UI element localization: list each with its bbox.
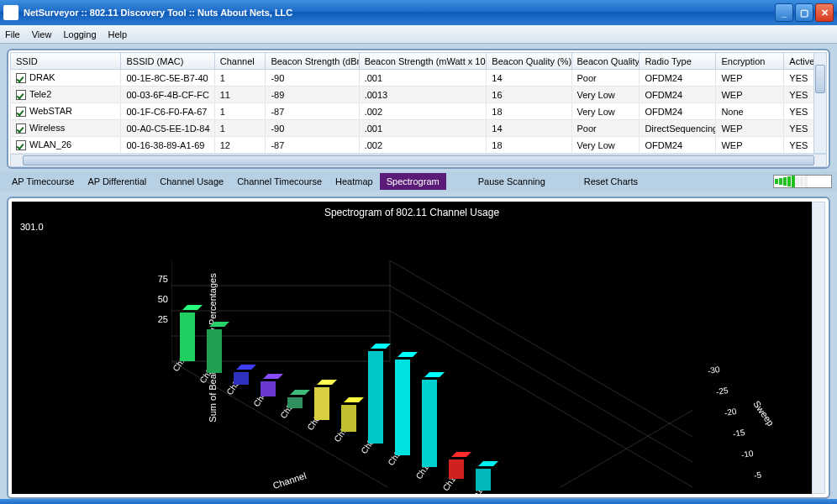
table-cell: WEP [716,120,784,137]
chart-bar [180,307,195,362]
chart-bar [476,464,491,491]
networks-table: SSIDBSSID (MAC)ChannelBeacon Strength (d… [10,52,827,154]
chart-title: Spectrogram of 802.11 Channel Usage [12,207,812,218]
reset-charts-button[interactable]: Reset Charts [577,173,645,190]
row-checkbox[interactable] [16,123,26,134]
table-row[interactable]: Tele200-03-6F-4B-CF-FC11-89.001316Very L… [11,87,827,103]
table-cell: 18 [487,103,571,120]
menu-view[interactable]: View [32,29,52,39]
column-header[interactable]: Beacon Strength (mWatt x 10^-6) [359,53,487,70]
chart-bar [395,354,410,455]
column-header[interactable]: Channel [214,53,266,70]
z-tick: -30 [707,365,720,375]
chart-bar [261,376,276,396]
chart-bars [171,260,692,487]
row-checkbox[interactable] [16,90,26,100]
table-cell: WebSTAR [11,103,121,120]
tab-ap-timecourse[interactable]: AP Timecourse [5,173,81,190]
table-cell: .002 [359,137,487,154]
table-cell: -90 [266,120,359,137]
table-cell: .002 [359,103,487,120]
column-header[interactable]: Radio Type [640,53,716,70]
chart-bar [368,346,383,444]
table-cell: -90 [266,70,359,87]
minimize-button[interactable]: _ [775,3,793,22]
table-cell: Very Low [571,137,640,154]
menu-file[interactable]: File [5,29,20,39]
y-tick: 50 [151,294,168,304]
table-vertical-scrollbar[interactable] [813,52,827,154]
table-cell: .001 [359,120,487,137]
chart-bar [287,392,303,408]
table-cell: -87 [266,137,359,154]
table-cell: WEP [716,70,784,87]
taskbar-sliver [0,499,837,504]
z-tick: -5 [753,470,762,480]
table-cell: DRAK [11,70,121,87]
table-cell: Tele2 [11,87,121,103]
table-cell: 16 [487,87,571,103]
tab-spectrogram[interactable]: Spectrogram [380,173,446,190]
chart-bar [234,367,249,386]
app-icon [3,5,18,20]
table-cell: OFDM24 [640,87,716,103]
column-header[interactable]: Beacon Strength (dBm) [266,53,359,70]
menu-help[interactable]: Help [108,29,128,39]
column-header[interactable]: Beacon Quality [571,53,640,70]
chart-bar [341,400,356,433]
title-bar: NetSurveyor :: 802.11 Discovery Tool :: … [0,0,837,25]
y-tick: 75 [151,274,168,284]
table-cell: Poor [571,120,640,137]
table-cell: 1 [214,103,266,120]
chart-bar [207,324,222,373]
table-cell: 1 [214,70,266,87]
close-button[interactable]: ✕ [815,3,834,22]
z-tick: -15 [732,428,745,438]
table-cell: 11 [214,87,266,103]
chart-bar [314,382,329,420]
table-row[interactable]: WLAN_2600-16-38-89-A1-6912-87.00218Very … [11,137,827,154]
table-row[interactable]: WebSTAR00-1F-C6-F0-FA-671-87.00218Very L… [11,103,827,120]
column-header[interactable]: BSSID (MAC) [121,53,214,70]
tab-ap-differential[interactable]: AP Differential [81,173,153,190]
table-cell: 00-1E-8C-5E-B7-40 [121,70,214,87]
table-cell: OFDM24 [640,103,716,120]
z-tick: -25 [715,386,729,396]
table-cell: 1 [214,120,266,137]
table-cell: 00-16-38-89-A1-69 [121,137,214,154]
chart-vertical-scrollbar[interactable] [812,202,825,494]
y-tick: 25 [151,314,168,324]
pause-scanning-button[interactable]: Pause Scanning [471,173,552,190]
table-cell: Wireless [11,120,121,137]
table-cell: 00-A0-C5-EE-1D-84 [121,120,214,137]
row-checkbox[interactable] [16,107,26,117]
row-checkbox[interactable] [16,73,26,83]
table-cell: 14 [487,70,571,87]
table-cell: .001 [359,70,487,87]
table-row[interactable]: Wireless00-A0-C5-EE-1D-841-90.00114PoorD… [11,120,827,137]
column-header[interactable]: Encryption [716,53,784,70]
column-header[interactable]: Beacon Quality (%) [487,53,571,70]
menu-logging[interactable]: Logging [63,29,96,39]
chart-panel: Spectrogram of 802.11 Channel Usage 301.… [7,197,830,499]
table-cell: None [716,103,784,120]
table-row[interactable]: DRAK00-1E-8C-5E-B7-401-90.00114PoorOFDM2… [11,70,827,87]
tab-channel-usage[interactable]: Channel Usage [153,173,230,190]
view-tabs: AP Timecourse AP Differential Channel Us… [0,171,837,192]
tab-heatmap[interactable]: Heatmap [329,173,380,190]
table-cell: WEP [716,87,784,103]
table-cell: DirectSequencing [640,120,716,137]
table-cell: OFDM24 [640,137,716,154]
table-cell: -89 [266,87,359,103]
spectrogram-chart: Spectrogram of 802.11 Channel Usage 301.… [12,202,812,494]
tab-channel-timecourse[interactable]: Channel Timecourse [230,173,329,190]
table-horizontal-scrollbar[interactable] [10,154,827,167]
signal-strength-indicator [773,175,832,188]
table-cell: WEP [716,137,784,154]
table-cell: 18 [487,137,571,154]
column-header[interactable]: SSID [11,53,121,70]
maximize-button[interactable]: ▢ [795,3,813,22]
row-checkbox[interactable] [16,140,26,150]
table-cell: -87 [266,103,359,120]
chart-bar [422,375,437,467]
